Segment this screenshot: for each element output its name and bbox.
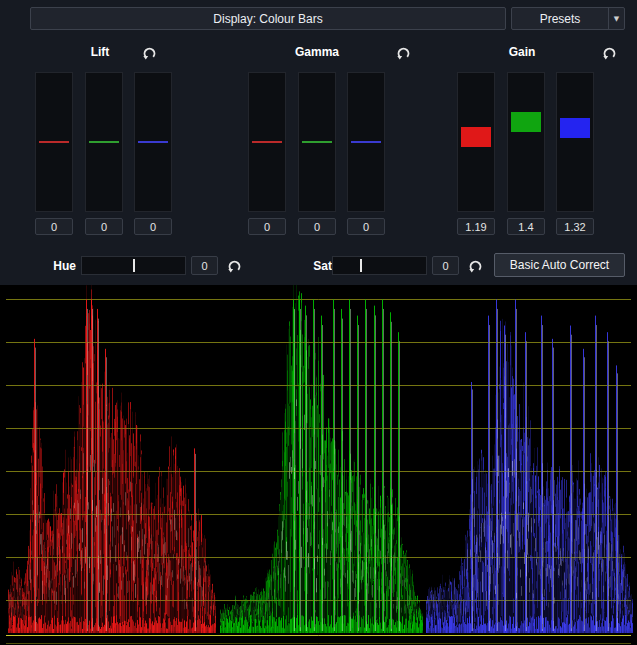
reset-icon <box>468 258 483 273</box>
rgb-parade-waveform-scope <box>0 285 637 645</box>
gain-reset-button[interactable] <box>601 45 617 61</box>
gamma-green-value[interactable]: 0 <box>298 218 336 235</box>
gamma-green-handle[interactable] <box>302 141 332 143</box>
gain-red-value[interactable]: 1.19 <box>457 218 495 235</box>
hue-reset-button[interactable] <box>226 258 242 274</box>
display-mode-button[interactable]: Display: Colour Bars <box>30 7 506 30</box>
section-label-lift: Lift <box>70 45 130 59</box>
gain-blue-slider[interactable] <box>556 72 594 212</box>
section-label-gamma: Gamma <box>287 45 347 59</box>
lift-green-slider[interactable] <box>85 72 123 212</box>
lift-red-handle[interactable] <box>39 141 69 143</box>
sat-label: Sat <box>296 259 332 273</box>
color-correction-panel: Display: Colour Bars Presets ▼ Lift Gamm… <box>0 0 637 645</box>
basic-auto-correct-button[interactable]: Basic Auto Correct <box>494 253 625 277</box>
reset-icon <box>396 45 411 60</box>
gamma-red-handle[interactable] <box>252 141 282 143</box>
gamma-red-value[interactable]: 0 <box>248 218 286 235</box>
section-label-gain: Gain <box>492 45 552 59</box>
sat-value[interactable]: 0 <box>432 256 459 275</box>
lift-red-slider[interactable] <box>35 72 73 212</box>
gamma-blue-handle[interactable] <box>351 141 381 143</box>
chevron-down-icon[interactable]: ▼ <box>608 8 624 29</box>
reset-icon <box>142 45 157 60</box>
lift-blue-handle[interactable] <box>138 141 168 143</box>
hue-value[interactable]: 0 <box>191 256 218 275</box>
gamma-blue-slider[interactable] <box>347 72 385 212</box>
lift-reset-button[interactable] <box>141 45 157 61</box>
lift-blue-value[interactable]: 0 <box>134 218 172 235</box>
gamma-blue-value[interactable]: 0 <box>347 218 385 235</box>
sat-slider-thumb[interactable] <box>360 259 362 272</box>
reset-icon <box>602 45 617 60</box>
presets-label: Presets <box>512 8 608 29</box>
gain-green-value[interactable]: 1.4 <box>507 218 545 235</box>
gain-green-slider[interactable] <box>507 72 545 212</box>
gain-red-handle[interactable] <box>461 127 491 147</box>
presets-dropdown[interactable]: Presets ▼ <box>511 7 625 30</box>
hue-slider-thumb[interactable] <box>133 259 135 272</box>
lift-green-value[interactable]: 0 <box>85 218 123 235</box>
lift-green-handle[interactable] <box>89 141 119 143</box>
sat-reset-button[interactable] <box>467 258 483 274</box>
sat-slider[interactable] <box>332 256 427 275</box>
reset-icon <box>227 258 242 273</box>
gain-green-handle[interactable] <box>511 112 541 132</box>
gamma-green-slider[interactable] <box>298 72 336 212</box>
lift-blue-slider[interactable] <box>134 72 172 212</box>
gamma-reset-button[interactable] <box>395 45 411 61</box>
hue-label: Hue <box>40 259 76 273</box>
hue-slider[interactable] <box>81 256 186 275</box>
gain-red-slider[interactable] <box>457 72 495 212</box>
gamma-red-slider[interactable] <box>248 72 286 212</box>
gain-blue-value[interactable]: 1.32 <box>556 218 594 235</box>
gain-blue-handle[interactable] <box>560 118 590 138</box>
lift-red-value[interactable]: 0 <box>35 218 73 235</box>
